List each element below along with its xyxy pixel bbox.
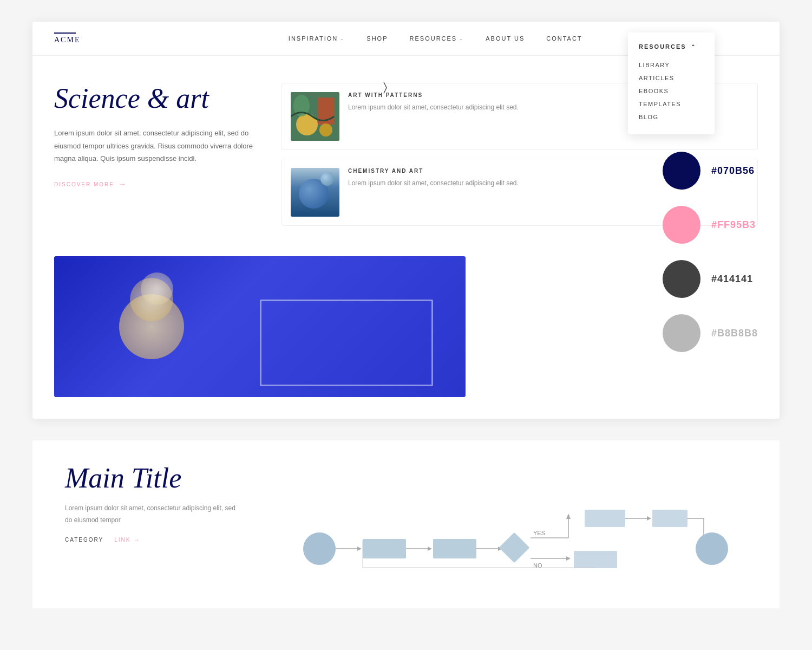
chevron-up-icon: ⌃ [691,44,696,50]
color-item-2: #FF95B3 [663,206,758,244]
svg-marker-22 [647,516,651,521]
svg-rect-15 [499,532,530,563]
cursor-icon: 〉 [383,80,387,94]
category-label: CATEGORY [65,537,103,543]
card-content-art: ART WITH PATTERNS Lorem ipsum dolor sit … [348,92,519,113]
hero-image [54,256,466,397]
dropdown-articles[interactable]: ARTICLES [639,72,698,84]
svg-rect-23 [652,510,687,527]
card-title-chemistry: CHEMISTRY AND ART [348,168,519,174]
svg-point-6 [303,532,336,565]
nav-shop[interactable]: SHOP [366,35,388,42]
svg-point-5 [319,123,332,136]
nav-resources[interactable]: RESOURCES ⌄ [410,35,464,42]
flowchart-svg: YES NO [271,478,747,587]
frame-box [260,300,433,386]
svg-text:NO: NO [533,562,542,569]
color-hex-light-gray: #B8B8B8 [711,328,758,339]
color-hex-dark-gray: #414141 [711,274,753,285]
svg-marker-26 [702,538,706,542]
dropdown-library[interactable]: LIBRARY [639,58,698,72]
color-palette: #070B56 #FF95B3 #414141 #B8B8B8 [663,152,758,352]
card-image-art [291,92,339,141]
discover-more-link[interactable]: DISCOVER MORE → [54,180,260,188]
chemistry-circle-small [320,172,334,186]
svg-marker-28 [566,556,571,561]
logo[interactable]: ACME [54,32,80,44]
bottom-left: Main Title Lorem ipsum dolor sit amet, c… [65,462,238,587]
art-pattern-image [291,92,339,141]
color-hex-dark-blue: #070B56 [711,165,755,177]
color-swatch-dark-gray [663,260,700,298]
dropdown-ebooks[interactable]: EBOOKS [639,84,698,98]
color-item-4: #B8B8B8 [663,314,758,352]
hero-image-bg [54,256,466,397]
card-desc-chemistry: Lorem ipsum dolor sit amet, consectetur … [348,178,519,188]
card-title-art: ART WITH PATTERNS [348,92,519,98]
svg-point-33 [696,532,728,565]
smoke-effect [97,272,206,381]
color-hex-pink: #FF95B3 [711,219,756,231]
flowchart: YES NO [271,478,747,587]
nav-contact[interactable]: CONTACT [546,35,582,42]
hero-title: Science & art [54,83,260,114]
color-item-3: #414141 [663,260,758,298]
bottom-link[interactable]: LINK → [114,537,140,543]
svg-marker-8 [357,547,362,551]
dropdown-blog[interactable]: BLOG [639,110,698,123]
svg-marker-11 [428,547,432,551]
arrow-right-icon-bottom: → [134,537,140,543]
dropdown-header: RESOURCES ⌃ [639,43,698,50]
resources-dropdown: RESOURCES ⌃ LIBRARY ARTICLES EBOOKS TEMP… [628,32,715,134]
nav-inspiration[interactable]: INSPIRATION ⌄ [289,35,345,42]
hero-left: Science & art Lorem ipsum dolor sit amet… [54,83,260,235]
card-image-chemistry [291,168,339,217]
bottom-footer: CATEGORY LINK → [65,537,238,543]
bottom-title: Main Title [65,462,238,494]
nav-about[interactable]: ABOUT US [486,35,525,42]
color-swatch-pink [663,206,700,244]
svg-marker-14 [498,547,502,551]
bottom-section: Main Title Lorem ipsum dolor sit amet, c… [32,440,780,608]
chevron-down-icon-resources: ⌄ [459,36,464,41]
color-item-1: #070B56 [663,152,758,190]
dropdown-templates[interactable]: TEMPLATES [639,98,698,110]
card-content-chemistry: CHEMISTRY AND ART Lorem ipsum dolor sit … [348,168,519,188]
svg-rect-30 [574,551,617,568]
svg-rect-20 [585,510,625,527]
bottom-description: Lorem ipsum dolor sit amet, consectetur … [65,503,238,526]
card-desc-art: Lorem ipsum dolor sit amet, consectetur … [348,102,519,113]
svg-marker-18 [566,514,571,519]
logo-text: ACME [54,36,80,44]
logo-line [54,32,76,34]
arrow-right-icon: → [119,180,127,188]
svg-rect-9 [363,539,406,558]
color-swatch-dark-blue [663,152,700,190]
smoke-cloud-3 [141,272,173,305]
svg-rect-12 [433,539,476,558]
hero-description: Lorem ipsum dolor sit amet, consectetur … [54,127,260,165]
chevron-down-icon: ⌄ [340,36,345,41]
color-swatch-light-gray [663,314,700,352]
svg-text:YES: YES [533,530,545,536]
